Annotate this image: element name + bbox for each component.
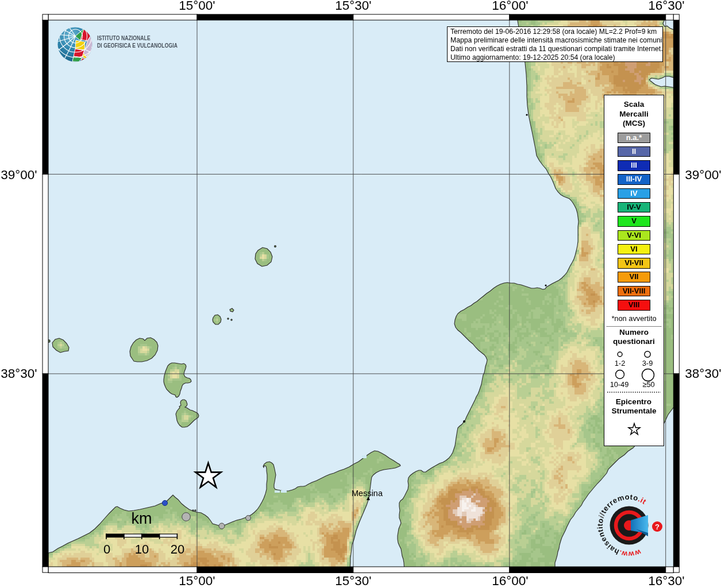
svg-text:Epicentro: Epicentro (616, 397, 651, 406)
svg-text:3-9: 3-9 (642, 359, 653, 368)
svg-text:≥50: ≥50 (642, 380, 654, 389)
svg-text:10-49: 10-49 (610, 380, 629, 389)
svg-text:?: ? (655, 523, 660, 531)
svg-text:1-2: 1-2 (615, 359, 626, 368)
